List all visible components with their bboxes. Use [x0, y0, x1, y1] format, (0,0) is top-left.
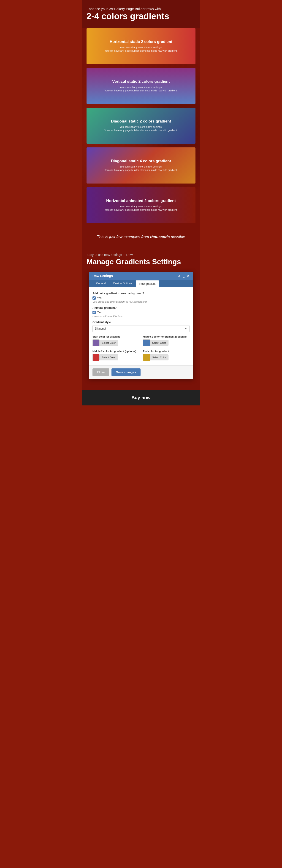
demo-section: Horizontal static 2 colors gradient You …	[82, 28, 200, 228]
gear-icon[interactable]: ⚙	[177, 274, 180, 278]
gradient-style-label: Gradient style	[92, 321, 190, 324]
manage-title: Manage Gradients Settings	[86, 257, 196, 266]
manage-section: Easy to use new settings in Row Manage G…	[82, 246, 200, 390]
color-btn-row-middle2: Select Color	[92, 354, 139, 361]
manage-subtitle: Easy to use new settings in Row	[86, 253, 196, 257]
color-swatch-end	[143, 354, 150, 361]
color-grid: Start color for gradient Select Color Mi…	[92, 335, 190, 361]
animate-value: Yes	[97, 311, 102, 314]
add-gradient-checkbox[interactable]	[92, 297, 96, 300]
add-gradient-checkbox-row: Yes	[92, 297, 190, 300]
gradient-line1: You can set any colors in row settings.	[120, 125, 163, 128]
gradient-style-wrapper: Horizontal Vertical Diagonal ▼	[92, 325, 190, 332]
add-gradient-hint: Use this to add color gradient to row ba…	[92, 300, 190, 303]
color-label-middle2: Middle 2 color for gradient (optional)	[92, 350, 139, 353]
modal-body: Add color gradient to row background? Ye…	[89, 287, 193, 366]
add-gradient-label: Add color gradient to row background?	[92, 292, 190, 295]
animate-checkbox-row: Yes	[92, 311, 190, 314]
add-gradient-value: Yes	[97, 297, 102, 300]
color-select-btn-middle2[interactable]: Select Color	[99, 354, 118, 361]
tagline-text: This is just few examples from thousands…	[86, 235, 196, 239]
gradient-line2: You can have any page builder elements i…	[104, 209, 177, 211]
save-button[interactable]: Save changes	[111, 368, 141, 376]
color-label-start: Start color for gradient	[92, 335, 139, 338]
animate-hint: Gradient will smoothly flow.	[92, 315, 190, 317]
gradient-line2: You can have any page builder elements i…	[104, 169, 177, 172]
gradient-line1: You can set any colors in row settings.	[120, 205, 163, 208]
animate-checkbox[interactable]	[92, 311, 96, 314]
gradient-title: Diagonal static 4 colors gradient	[111, 159, 171, 163]
color-item-end: End color for gradient Select Color	[143, 350, 190, 361]
gradient-demo-diagonal-4: Diagonal static 4 colors gradient You ca…	[86, 147, 196, 184]
minimize-icon[interactable]: _	[183, 274, 185, 278]
color-swatch-start	[92, 339, 99, 346]
modal-header: Row Settings ⚙ _ ✕	[89, 272, 193, 280]
gradient-title: Diagonal static 2 colors gradient	[111, 119, 171, 124]
tab-design-options[interactable]: Design Options	[110, 280, 136, 287]
gradient-line2: You can have any page builder elements i…	[104, 129, 177, 132]
gradient-style-select[interactable]: Horizontal Vertical Diagonal	[92, 325, 190, 332]
gradient-title: Vertical static 2 colors gradient	[112, 79, 170, 84]
add-gradient-group: Add color gradient to row background? Ye…	[92, 292, 190, 303]
hero-title: 2-4 colors gradients	[86, 12, 196, 21]
modal-title: Row Settings	[92, 274, 113, 278]
gradient-demo-horizontal-2: Horizontal static 2 colors gradient You …	[86, 28, 196, 64]
gradient-line1: You can set any colors in row settings.	[120, 86, 163, 88]
color-label-middle1: Middle 1 color for gradient (optional)	[143, 335, 190, 338]
animate-label: Animate gradient?	[92, 306, 190, 309]
hero-section: Enhance your WPBakery Page Builder rows …	[82, 0, 200, 28]
color-swatch-middle1	[143, 339, 150, 346]
color-select-btn-start[interactable]: Select Color	[99, 340, 118, 346]
gradient-demo-vertical-2: Vertical static 2 colors gradient You ca…	[86, 68, 196, 104]
tagline-after: possible	[170, 235, 185, 239]
color-btn-row-start: Select Color	[92, 339, 139, 346]
hero-subtitle: Enhance your WPBakery Page Builder rows …	[86, 7, 196, 11]
color-item-middle1: Middle 1 color for gradient (optional) S…	[143, 335, 190, 346]
gradient-title: Horizontal static 2 colors gradient	[110, 39, 172, 44]
color-select-btn-middle1[interactable]: Select Color	[150, 340, 168, 346]
close-icon[interactable]: ✕	[187, 274, 190, 278]
gradient-line2: You can have any page builder elements i…	[104, 50, 177, 52]
gradient-title: Horizontal animated 2 colors gradient	[106, 198, 176, 203]
gradient-demo-animated-2: Horizontal animated 2 colors gradient Yo…	[86, 187, 196, 223]
color-btn-row-middle1: Select Color	[143, 339, 190, 346]
row-settings-modal: Row Settings ⚙ _ ✕ GeneralDesign Options…	[89, 272, 193, 379]
color-select-btn-end[interactable]: Select Color	[150, 354, 168, 361]
tagline-bold: thousands	[150, 235, 170, 239]
modal-controls: ⚙ _ ✕	[177, 274, 190, 278]
close-button[interactable]: Close	[92, 368, 109, 376]
color-swatch-middle2	[92, 354, 99, 361]
gradient-style-group: Gradient style Horizontal Vertical Diago…	[92, 321, 190, 332]
modal-footer: Close Save changes	[89, 366, 193, 379]
color-item-start: Start color for gradient Select Color	[92, 335, 139, 346]
color-label-end: End color for gradient	[143, 350, 190, 353]
tab-general[interactable]: General	[92, 280, 110, 287]
animate-gradient-group: Animate gradient? Yes Gradient will smoo…	[92, 306, 190, 317]
tagline-before: This is just few examples from	[97, 235, 150, 239]
color-item-middle2: Middle 2 color for gradient (optional) S…	[92, 350, 139, 361]
gradient-line1: You can set any colors in row settings.	[120, 165, 163, 168]
tab-row-gradient[interactable]: Row gradient	[136, 280, 159, 287]
gradient-line1: You can set any colors in row settings.	[120, 46, 163, 49]
gradient-demo-diagonal-2: Diagonal static 2 colors gradient You ca…	[86, 107, 196, 144]
tagline-section: This is just few examples from thousands…	[82, 228, 200, 246]
color-btn-row-end: Select Color	[143, 354, 190, 361]
modal-tabs: GeneralDesign OptionsRow gradient	[89, 280, 193, 287]
buy-section: Buy now	[82, 390, 200, 405]
gradient-line2: You can have any page builder elements i…	[104, 89, 177, 92]
buy-button[interactable]: Buy now	[132, 395, 150, 400]
